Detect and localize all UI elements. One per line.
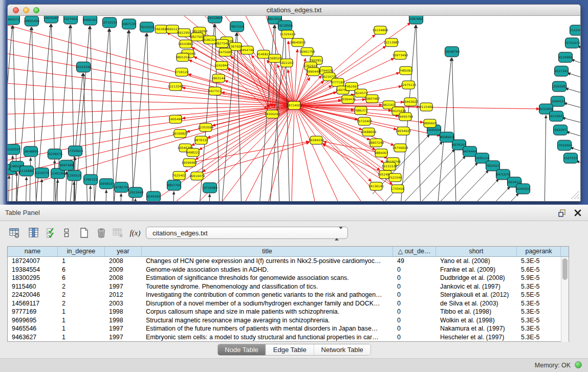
table-row[interactable]: 969969511998Structural magnetic resonanc… (8, 316, 569, 325)
graph-edge[interactable] (567, 132, 580, 138)
column-header-name[interactable]: name (8, 247, 58, 256)
graph-node-label: 11325419 (280, 32, 296, 36)
graph-node-label: 15720407 (357, 119, 373, 123)
graph-node-label: 1822203 (280, 61, 294, 64)
graph-edge[interactable] (571, 59, 580, 65)
graph-edge[interactable] (452, 58, 459, 201)
column-header-title[interactable]: title (142, 247, 393, 256)
network-window-titlebar[interactable]: citations_edges.txt (8, 5, 580, 16)
table-scrollbar-thumb[interactable] (562, 258, 568, 280)
table-row[interactable]: 1456911722003Disruption of a novel membe… (8, 299, 569, 308)
column-header-pagerank[interactable]: pagerank (517, 247, 561, 256)
graph-edge[interactable] (408, 156, 466, 201)
table-scrollbar[interactable] (561, 257, 569, 342)
graph-edge[interactable] (567, 73, 580, 79)
graph-edge[interactable] (564, 103, 580, 110)
table-row[interactable]: 977716911998Corpus callosum shape and si… (8, 308, 569, 316)
table-row[interactable]: 1830029562008Estimation of significance … (8, 274, 569, 282)
table-settings-icon[interactable] (7, 226, 21, 240)
select-rows-icon[interactable] (44, 226, 58, 240)
graph-edge[interactable] (103, 190, 106, 201)
graph-edge[interactable] (292, 105, 294, 201)
graph-node-label: 2522544 (388, 176, 402, 179)
graph-node-label: 8660123 (166, 27, 180, 31)
graph-node-label: 10025438 (390, 109, 406, 113)
table-selector[interactable]: citations_edges.txt (146, 227, 348, 239)
new-file-icon[interactable] (77, 226, 91, 240)
graph-edge[interactable] (237, 33, 244, 201)
graph-node-label: 9227341 (555, 69, 569, 73)
graph-edge[interactable] (129, 30, 136, 201)
column-settings-icon[interactable] (27, 226, 41, 240)
graph-edge[interactable] (207, 194, 210, 201)
float-panel-icon[interactable] (557, 208, 568, 218)
graph-edge[interactable] (294, 49, 297, 105)
table-cell: Genome-wide association studies in ADHD. (142, 266, 393, 274)
column-header-out_de[interactable]: △ out_de… (393, 247, 436, 256)
graph-edge[interactable] (8, 105, 294, 129)
function-icon[interactable]: f(x) (128, 226, 142, 240)
tab-edge-table[interactable]: Edge Table (266, 344, 314, 355)
canvas-resize-grip[interactable] (571, 191, 579, 199)
table-row[interactable]: 911546021997Tourette syndrome. Phenomeno… (8, 282, 569, 291)
tab-network-table[interactable]: Network Table (314, 344, 371, 355)
table-row[interactable]: 946362711997Embryonic stem cells: a mode… (8, 333, 569, 342)
graph-edge[interactable] (28, 158, 31, 201)
graph-node-label: 19716485 (202, 186, 218, 189)
table-cell: 6 (58, 274, 105, 282)
table-row[interactable]: 946554611997Estimation of the future num… (8, 324, 569, 333)
table-row[interactable]: 2242004622012Investigating the contribut… (8, 291, 569, 299)
close-panel-icon[interactable] (573, 208, 583, 218)
graph-edge[interactable] (39, 179, 42, 201)
graph-edge[interactable] (8, 25, 294, 105)
graph-edge[interactable] (8, 105, 294, 114)
table-cell: 5.3E-5 (517, 324, 561, 333)
row-height-icon[interactable] (59, 226, 74, 240)
graph-edge[interactable] (421, 163, 478, 201)
graph-edge[interactable] (52, 160, 55, 201)
table-row[interactable]: 1938455462009Genome-wide association stu… (8, 266, 569, 274)
graph-node-label: 7857224 (230, 25, 244, 28)
graph-node-label: 7625402 (172, 173, 186, 177)
graph-edge[interactable] (189, 141, 309, 163)
network-window-title: citations_edges.txt (8, 6, 580, 14)
graph-edge[interactable] (442, 179, 499, 201)
table-cell: Yano et al. (2008) (436, 257, 517, 266)
graph-edge[interactable] (562, 118, 580, 124)
graph-edge[interactable] (24, 177, 27, 201)
graph-edge[interactable] (88, 186, 91, 201)
graph-edge[interactable] (222, 65, 267, 109)
table-row[interactable]: 1872400712008Changes of HCN gene express… (8, 257, 569, 266)
graph-edge[interactable] (71, 182, 74, 201)
table-body: 1872400712008Changes of HCN gene express… (8, 257, 569, 341)
graph-edge[interactable] (453, 187, 510, 201)
column-header-year[interactable]: year (105, 247, 142, 256)
tab-node-table[interactable]: Node Table (217, 344, 266, 355)
graph-edge[interactable] (565, 88, 580, 95)
graph-edge[interactable] (294, 105, 338, 201)
graph-edge[interactable] (416, 25, 423, 201)
graph-edge[interactable] (118, 193, 121, 201)
graph-edge[interactable] (543, 115, 546, 201)
graph-node-label: 18640910 (290, 40, 306, 44)
graph-edge[interactable] (8, 176, 9, 201)
graph-edge[interactable] (398, 149, 455, 201)
network-canvas[interactable]: 1405572208914061065528715276026466161107… (8, 16, 580, 201)
citation-network-graph[interactable]: 1405572208914061065528715276026466161107… (8, 16, 580, 201)
graph-edge[interactable] (8, 105, 294, 191)
delete-icon[interactable] (94, 226, 108, 240)
graph-edge[interactable] (570, 147, 580, 154)
table-cell: 22420046 (8, 291, 58, 299)
delete-table-icon[interactable] (111, 226, 125, 240)
graph-edge[interactable] (246, 105, 294, 201)
column-header-in_degree[interactable]: in_degree (58, 247, 105, 256)
graph-node-label: 18724007 (287, 103, 302, 107)
graph-node-label: 16958107 (99, 182, 115, 185)
network-window[interactable]: citations_edges.txt 14055722089140610655… (7, 4, 581, 202)
graph-edge[interactable] (462, 193, 519, 201)
column-header-short[interactable]: short (436, 247, 517, 256)
graph-edge[interactable] (223, 105, 294, 201)
graph-edge[interactable] (171, 191, 174, 201)
graph-edge[interactable] (431, 170, 489, 201)
graph-edge[interactable] (203, 105, 294, 172)
